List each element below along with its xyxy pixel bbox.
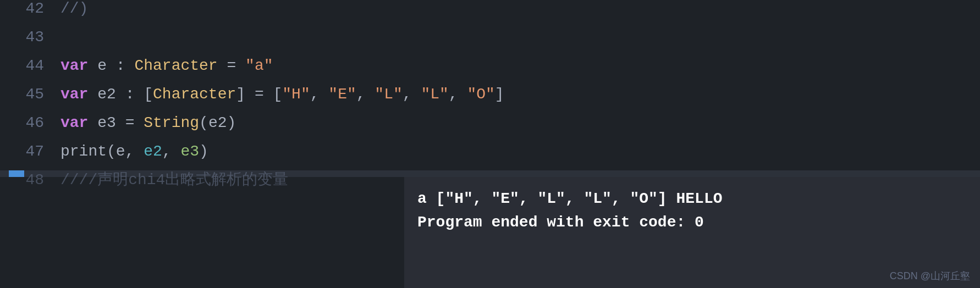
- code-text: (e,: [107, 143, 144, 160]
- line-content: //): [60, 1, 88, 16]
- string-literal: "a": [245, 57, 273, 74]
- line-content: print(e, e2, e3): [60, 144, 208, 159]
- code-text: ]: [495, 86, 504, 103]
- string-literal: "E": [328, 86, 356, 103]
- line-number: 46: [11, 114, 44, 131]
- line-number: 47: [11, 143, 44, 160]
- code-text: ] = [: [236, 86, 282, 103]
- code-text: ,: [403, 86, 421, 103]
- string-literal: "H": [282, 86, 310, 103]
- code-text: ,: [356, 86, 375, 103]
- line-content: ////声明chi4出略式解析的变量: [60, 173, 288, 188]
- code-line-46: 46 var e3 = String(e2): [0, 114, 980, 143]
- code-line-47: 47 print(e, e2, e3): [0, 143, 980, 171]
- code-text: ,: [162, 143, 181, 160]
- line-number: 48: [11, 171, 44, 189]
- output-line-1: a ["H", "E", "L", "L", "O"] HELLO: [417, 187, 967, 211]
- type-string: String: [144, 114, 199, 131]
- output-right-panel: a ["H", "E", "L", "L", "O"] HELLO Progra…: [404, 177, 980, 288]
- type-character: Character: [134, 57, 217, 74]
- string-literal: "L": [375, 86, 402, 103]
- watermark: CSDN @山河丘壑: [890, 269, 970, 283]
- code-text: ): [199, 143, 208, 160]
- line-content: var e3 = String(e2): [60, 115, 236, 131]
- code-text: e2 : [: [88, 86, 153, 103]
- code-line-42: 42 //): [0, 0, 980, 29]
- output-line-2: Program ended with exit code: 0: [417, 211, 967, 234]
- code-text: ,: [310, 86, 329, 103]
- keyword-var: var: [60, 114, 88, 131]
- code-line-44: 44 var e : Character = "a": [0, 57, 980, 86]
- function-print: print: [60, 143, 107, 160]
- line-number: 44: [11, 57, 44, 74]
- line-number: 45: [11, 86, 44, 103]
- string-literal: "L": [421, 86, 448, 103]
- line-content: var e2 : [Character] = ["H", "E", "L", "…: [60, 87, 504, 102]
- code-line-45: 45 var e2 : [Character] = ["H", "E", "L"…: [0, 86, 980, 114]
- code-text: (e2): [199, 114, 236, 131]
- var-e3: e3: [180, 143, 199, 160]
- type-character: Character: [153, 86, 236, 103]
- code-line-43: 43: [0, 29, 980, 57]
- line-content: var e : Character = "a": [60, 58, 273, 74]
- code-text: =: [218, 57, 245, 74]
- code-text: e3 =: [88, 114, 144, 131]
- keyword-var: var: [60, 86, 88, 103]
- var-e2: e2: [144, 143, 162, 160]
- code-text: ,: [449, 86, 467, 103]
- line-number: 42: [11, 0, 44, 17]
- string-literal: "O": [467, 86, 494, 103]
- keyword-var: var: [60, 57, 88, 74]
- code-editor: 42 //) 43 44 var e : Character = "a" 45 …: [0, 0, 980, 170]
- code-text: e :: [88, 57, 134, 74]
- line-number: 43: [11, 29, 44, 46]
